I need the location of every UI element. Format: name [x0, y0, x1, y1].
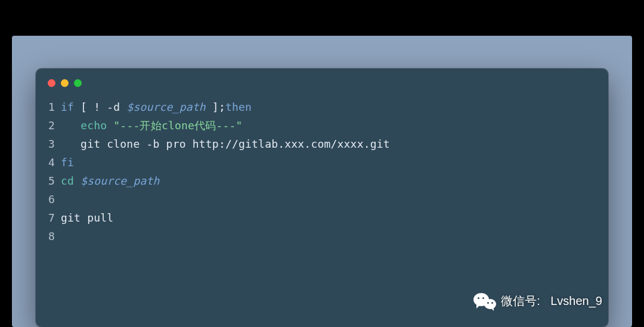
line-number: 1	[42, 98, 61, 116]
code-content: cd $source_path	[61, 172, 160, 190]
code-window: 1if [ ! -d $source_path ];then2 echo "--…	[36, 68, 608, 327]
code-line: 7git pull	[42, 208, 602, 227]
code-line: 4fi	[42, 153, 602, 172]
window-traffic-lights	[36, 68, 608, 91]
code-content: git clone -b pro http://gitlab.xxx.com/x…	[61, 135, 390, 153]
code-token	[74, 175, 80, 187]
code-token: $source_path	[126, 101, 205, 113]
code-content: echo "---开始clone代码---"	[61, 116, 243, 135]
code-line: 5cd $source_path	[42, 172, 602, 190]
code-token: cd	[61, 175, 74, 187]
code-token: $source_path	[80, 175, 159, 187]
code-token: [ ! -d	[74, 101, 126, 113]
code-line: 6	[42, 190, 602, 208]
line-number: 2	[42, 116, 61, 135]
watermark-label-prefix: 微信号:	[501, 293, 540, 309]
close-icon[interactable]	[48, 79, 55, 87]
code-line: 2 echo "---开始clone代码---"	[42, 116, 602, 135]
minimize-icon[interactable]	[61, 79, 69, 87]
code-token	[107, 119, 113, 132]
code-area: 1if [ ! -d $source_path ];then2 echo "--…	[36, 91, 608, 257]
code-line: 3 git clone -b pro http://gitlab.xxx.com…	[42, 135, 602, 153]
line-number: 3	[42, 135, 61, 153]
line-number: 4	[42, 153, 61, 172]
code-token: "---开始clone代码---"	[113, 119, 242, 132]
code-token: git clone -b pro http://gitlab.xxx.com/x…	[61, 138, 390, 150]
line-number: 7	[42, 208, 61, 227]
code-content: fi	[61, 153, 74, 172]
watermark-handle: Lvshen_9	[550, 294, 602, 308]
line-number: 8	[42, 227, 61, 245]
top-black-bar	[0, 0, 644, 36]
code-token: if	[61, 101, 74, 113]
code-content: if [ ! -d $source_path ];then	[61, 98, 252, 116]
code-content: git pull	[61, 208, 113, 227]
line-number: 6	[42, 190, 61, 208]
code-token: fi	[61, 156, 74, 169]
zoom-icon[interactable]	[74, 79, 82, 87]
wechat-icon	[472, 291, 497, 310]
code-line: 8	[42, 227, 602, 245]
code-line: 1if [ ! -d $source_path ];then	[42, 98, 602, 116]
background-panel: 1if [ ! -d $source_path ];then2 echo "--…	[12, 36, 632, 327]
line-number: 5	[42, 172, 61, 190]
code-token: then	[225, 101, 252, 113]
code-token: git pull	[61, 211, 113, 224]
wechat-watermark: 微信号: Lvshen_9	[472, 291, 602, 310]
code-token	[61, 119, 80, 132]
code-token: echo	[80, 119, 107, 132]
code-token: ];	[206, 101, 225, 113]
